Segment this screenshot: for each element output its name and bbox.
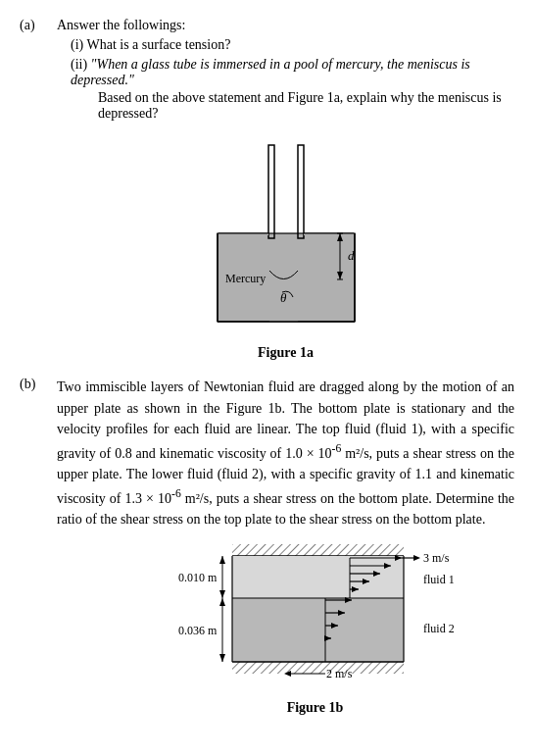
svg-rect-2 — [298, 145, 304, 238]
sub-ii-body: Based on the above statement and Figure … — [71, 90, 514, 122]
figure-1b-container: 3 m/s fluid 1 fluid 2 2 m/s 0.010 m — [116, 544, 514, 716]
sub-i-text: What is a surface tension? — [86, 37, 230, 52]
figure-1b-caption: Figure 1b — [287, 700, 344, 716]
svg-rect-27 — [232, 662, 404, 674]
svg-text:θ: θ — [280, 290, 287, 305]
sub-ii-quote: "When a glass tube is immersed in a pool… — [71, 57, 470, 87]
svg-marker-53 — [413, 555, 420, 561]
figure-1a-svg: d Mercury θ — [188, 135, 384, 341]
svg-marker-66 — [219, 654, 225, 662]
svg-rect-25 — [232, 598, 404, 662]
svg-text:fluid 2: fluid 2 — [423, 622, 455, 635]
part-b-label: (b) — [20, 377, 57, 720]
part-b-block: (b) Two immiscible layers of Newtonian f… — [20, 377, 514, 720]
svg-text:fluid 1: fluid 1 — [423, 573, 455, 586]
sub-item-i: (i) What is a surface tension? — [57, 37, 514, 53]
figure-1a-container: d Mercury θ Figure 1a — [57, 135, 514, 361]
part-a-content: Answer the followings: (i) What is a sur… — [57, 18, 514, 367]
svg-marker-62 — [219, 590, 225, 598]
svg-rect-24 — [232, 556, 404, 598]
part-a-block: (a) Answer the followings: (i) What is a… — [20, 18, 514, 367]
part-b-text: Two immiscible layers of Newtonian fluid… — [57, 377, 514, 530]
figure-1a-caption: Figure 1a — [258, 345, 314, 361]
part-a-label: (a) — [20, 18, 57, 367]
sub-item-ii: (ii) "When a glass tube is immersed in a… — [57, 57, 514, 122]
svg-text:2 m/s: 2 m/s — [326, 667, 353, 680]
part-a-intro: Answer the followings: — [57, 18, 514, 33]
part-b-content: Two immiscible layers of Newtonian fluid… — [57, 377, 514, 720]
sub-ii-label: (ii) — [71, 57, 87, 72]
svg-marker-65 — [219, 598, 225, 606]
sub-i-label: (i) — [71, 37, 83, 52]
svg-marker-61 — [219, 556, 225, 564]
svg-text:0.010 m: 0.010 m — [178, 571, 218, 584]
svg-text:0.036 m: 0.036 m — [178, 624, 218, 637]
svg-text:d: d — [348, 248, 355, 263]
svg-rect-1 — [268, 145, 274, 238]
svg-text:3 m/s: 3 m/s — [423, 551, 450, 565]
svg-text:Mercury: Mercury — [225, 272, 266, 285]
figure-1b-svg: 3 m/s fluid 1 fluid 2 2 m/s 0.010 m — [173, 544, 458, 696]
svg-rect-20 — [232, 544, 404, 556]
